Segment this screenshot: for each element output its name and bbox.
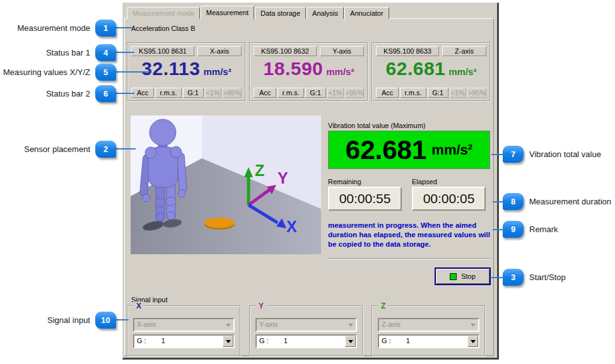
chevron-down-icon[interactable] <box>345 336 356 347</box>
signal-group-z: Z Z-axis G :1 <box>372 305 486 356</box>
axis-name: Y-axis <box>320 46 364 56</box>
y-axis-label: Y <box>278 169 288 187</box>
stop-button[interactable]: Stop <box>435 267 491 285</box>
tab-measurement-mode[interactable]: Measurement mode <box>127 7 200 19</box>
chevron-down-icon[interactable] <box>223 319 233 331</box>
connector-line <box>115 52 134 53</box>
chevron-down-icon[interactable] <box>467 319 478 331</box>
z-axis-label: Z <box>255 161 264 179</box>
sensor-placement-image: Z Y X <box>131 115 321 254</box>
x-axis-label: X <box>286 218 297 235</box>
callout-badge-3[interactable]: 3 <box>503 269 524 286</box>
vibration-total-value: 62.681 <box>346 135 426 165</box>
group-legend-z: Z <box>378 302 388 310</box>
callout-badge-8[interactable]: 8 <box>503 193 524 210</box>
axis-select-x[interactable]: X-axis <box>133 318 235 332</box>
status-rms: r.m.s. <box>400 88 426 98</box>
connector-line <box>115 148 136 150</box>
callout-label: Vibration total value <box>529 150 601 159</box>
status-underrange: <1% <box>450 88 466 98</box>
vibration-total-display: 62.681 mm/s² <box>328 131 490 169</box>
callout-label: Measuring values X/Y/Z <box>3 68 90 77</box>
channel-panel-z: KS95.100 8633 Z-axis 62.681mm/s² Acc r.m… <box>372 42 491 102</box>
callout-badge-5[interactable]: 5 <box>95 64 116 81</box>
connector-line <box>493 201 503 203</box>
status-acc: Acc <box>131 88 154 98</box>
vibration-total-unit: mm/s² <box>431 142 472 158</box>
gain-select-z[interactable]: G :1 <box>378 334 479 348</box>
status-bar-2-x: Acc r.m.s. G:1 <1% >95% <box>131 88 242 98</box>
chevron-down-icon[interactable] <box>223 336 233 347</box>
status-underrange: <1% <box>205 88 221 98</box>
sensor-id: KS95.100 8631 <box>131 46 194 56</box>
callout-badge-2[interactable]: 2 <box>95 141 116 158</box>
callout-label: Remark <box>529 225 558 234</box>
callout-label: Sensor placement <box>24 144 90 154</box>
status-bar-2-z: Acc r.m.s. G:1 <1% >95% <box>376 88 486 98</box>
gain-select-x[interactable]: G :1 <box>133 334 235 348</box>
measurement-mode-text: Acceleration Class B <box>131 25 196 32</box>
axis-select-z[interactable]: Z-axis <box>378 318 479 332</box>
gain-select-value: G :1 <box>259 337 288 344</box>
remark-text: measurement in progress. When the aimed … <box>328 221 492 249</box>
callout-measuring-values: Measuring values X/Y/Z 5 <box>0 64 116 81</box>
channel-panel-y: KS95.100 8632 Y-axis 18.590mm/s² Acc r.m… <box>249 42 368 102</box>
axis-name: Z-axis <box>442 46 486 56</box>
axis-name: X-axis <box>197 46 242 56</box>
callout-vibration-total: 7 Vibration total value <box>503 146 601 163</box>
status-overrange: >95% <box>345 88 364 98</box>
remaining-time-display: 00:00:55 <box>328 187 402 211</box>
callout-badge-9[interactable]: 9 <box>503 221 524 238</box>
status-rms: r.m.s. <box>155 88 181 98</box>
group-legend-y: Y <box>256 302 266 310</box>
chevron-down-icon[interactable] <box>467 336 478 347</box>
connector-line <box>115 71 150 73</box>
measuring-value-z: 62.681 <box>386 58 446 79</box>
callout-remark: 9 Remark <box>503 221 558 238</box>
stop-button-label: Stop <box>461 273 476 280</box>
axis-select-value: X-axis <box>137 320 156 328</box>
callout-badge-1[interactable]: 1 <box>95 20 116 37</box>
status-gain: G:1 <box>428 88 448 98</box>
callout-label: Status bar 2 <box>46 89 90 98</box>
callout-badge-7[interactable]: 7 <box>503 146 524 163</box>
callout-badge-10[interactable]: 10 <box>95 312 116 329</box>
connector-line <box>115 93 134 94</box>
tab-bar: Measurement mode Measurement Data storag… <box>127 5 390 19</box>
connector-line <box>115 27 132 28</box>
running-indicator-icon <box>450 273 457 280</box>
callout-status-bar-2: Status bar 2 6 <box>0 85 116 102</box>
callout-measurement-mode: Measurement mode 1 <box>0 20 116 37</box>
callout-badge-4[interactable]: 4 <box>95 44 116 61</box>
measuring-value-x: 32.113 <box>141 58 200 79</box>
callout-start-stop: 3 Start/Stop <box>503 269 566 286</box>
connector-line <box>491 154 503 155</box>
callout-signal-input: Signal input 10 <box>0 312 116 329</box>
gain-select-value: G :1 <box>137 337 165 344</box>
elapsed-time-display: 00:00:05 <box>412 187 486 211</box>
sensor-pad <box>204 218 235 230</box>
gain-select-y[interactable]: G :1 <box>255 334 357 348</box>
sensor-id: KS95.100 8633 <box>376 46 439 56</box>
unit-label: mm/s² <box>203 66 231 77</box>
axis-select-y[interactable]: Y-axis <box>255 318 357 332</box>
chevron-down-icon[interactable] <box>345 319 356 331</box>
tab-measurement[interactable]: Measurement <box>201 6 254 20</box>
callout-badge-6[interactable]: 6 <box>95 85 116 102</box>
tab-annuciator[interactable]: Annuciator <box>344 7 389 19</box>
remaining-label: Remaining <box>328 178 361 185</box>
tab-data-storage[interactable]: Data storage <box>255 7 306 19</box>
callout-label: Measurement duration <box>529 197 611 206</box>
callout-status-bar-1: Status bar 1 4 <box>0 44 116 61</box>
unit-label: mm/s² <box>326 66 354 77</box>
signal-group-y: Y Y-axis G :1 <box>249 305 363 356</box>
status-overrange: >95% <box>223 88 242 98</box>
callout-measurement-duration: 8 Measurement duration <box>503 193 611 210</box>
vibration-total-label: Vibration total value (Maximum) <box>328 122 425 129</box>
tab-analysis[interactable]: Analysis <box>307 7 344 19</box>
elapsed-label: Elapsed <box>412 178 437 185</box>
connector-line <box>490 277 503 278</box>
callout-label: Signal input <box>47 315 90 325</box>
status-gain: G:1 <box>183 88 204 98</box>
measuring-value-y: 18.590 <box>264 58 324 79</box>
